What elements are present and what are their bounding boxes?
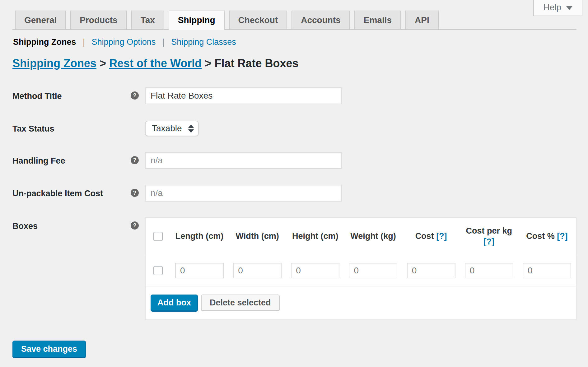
column-header-cost-percent: Cost % [?] bbox=[518, 231, 576, 242]
tax-status-select[interactable]: Taxable bbox=[145, 121, 199, 136]
boxes-label: Boxes bbox=[12, 217, 131, 320]
help-tip-icon[interactable]: ? bbox=[131, 189, 139, 197]
help-tip-icon[interactable]: ? bbox=[131, 156, 139, 164]
form-row-method-title: Method Title ? bbox=[12, 87, 576, 104]
method-title-input[interactable] bbox=[145, 87, 342, 104]
form-row-unpackable-item-cost: Un-packable Item Cost ? bbox=[12, 185, 576, 202]
form-row-handling-fee: Handling Fee ? bbox=[12, 152, 576, 169]
save-changes-button[interactable]: Save changes bbox=[12, 341, 86, 357]
breadcrumb: Shipping Zones>Rest of the World>Flat Ra… bbox=[12, 57, 588, 70]
box-length-input[interactable] bbox=[175, 263, 224, 278]
method-title-control: ? bbox=[131, 87, 576, 104]
column-header-label: Cost bbox=[415, 231, 434, 241]
subnav-separator: | bbox=[83, 37, 85, 47]
form-row-tax-status: Tax Status Taxable bbox=[12, 120, 576, 136]
form-row-boxes: Boxes ? Length (cm) Width (cm) Height (c… bbox=[12, 217, 576, 320]
box-width-input[interactable] bbox=[233, 263, 282, 278]
column-header-weight: Weight (kg) bbox=[344, 231, 402, 242]
column-header-label: Width (cm) bbox=[236, 231, 279, 241]
row-checkbox-cell bbox=[146, 266, 170, 275]
subnav-item-shipping-classes[interactable]: Shipping Classes bbox=[171, 37, 236, 47]
boxes-table-row bbox=[146, 255, 576, 286]
boxes-table-header: Length (cm) Width (cm) Height (cm) Weigh… bbox=[146, 218, 576, 255]
column-header-cost: Cost [?] bbox=[402, 231, 460, 242]
tax-status-label: Tax Status bbox=[12, 120, 131, 136]
breadcrumb-current: Flat Rate Boxes bbox=[214, 57, 298, 70]
chevron-down-icon bbox=[566, 6, 572, 10]
box-cost-percent-input[interactable] bbox=[523, 263, 571, 278]
unpackable-item-cost-label: Un-packable Item Cost bbox=[12, 185, 131, 202]
breadcrumb-link-shipping-zones[interactable]: Shipping Zones bbox=[12, 57, 96, 70]
tab-emails[interactable]: Emails bbox=[354, 11, 401, 30]
method-title-label: Method Title bbox=[12, 87, 131, 104]
select-all-checkbox[interactable] bbox=[153, 232, 163, 241]
subnav-item-shipping-options[interactable]: Shipping Options bbox=[92, 37, 156, 47]
help-tip-icon[interactable]: ? bbox=[131, 221, 139, 230]
subnav-item-shipping-zones[interactable]: Shipping Zones bbox=[13, 37, 76, 47]
boxes-control: ? Length (cm) Width (cm) Height (cm) Wei… bbox=[131, 217, 576, 320]
column-help-link[interactable]: [?] bbox=[484, 237, 494, 246]
tax-status-selected-value: Taxable bbox=[152, 123, 182, 133]
column-header-label: Cost % bbox=[526, 231, 555, 241]
save-row: Save changes bbox=[12, 341, 588, 357]
column-header-height: Height (cm) bbox=[286, 231, 344, 242]
help-menu-label: Help bbox=[543, 2, 561, 12]
box-height-input[interactable] bbox=[291, 263, 339, 278]
tab-tax[interactable]: Tax bbox=[131, 11, 164, 30]
handling-fee-input[interactable] bbox=[145, 152, 342, 169]
select-arrows-icon bbox=[188, 124, 194, 133]
column-header-width: Width (cm) bbox=[228, 231, 286, 242]
tab-general[interactable]: General bbox=[15, 11, 66, 30]
column-header-label: Cost per kg bbox=[466, 226, 512, 235]
breadcrumb-separator: > bbox=[100, 57, 106, 70]
add-box-button[interactable]: Add box bbox=[151, 295, 198, 311]
column-header-length: Length (cm) bbox=[170, 231, 228, 242]
shipping-method-form: Method Title ? Tax Status Taxable Handli… bbox=[12, 87, 576, 320]
delete-selected-button[interactable]: Delete selected bbox=[201, 295, 280, 311]
boxes-table-footer: Add box Delete selected bbox=[146, 286, 576, 319]
shipping-subnav: Shipping Zones | Shipping Options | Ship… bbox=[13, 37, 588, 47]
column-header-label: Weight (kg) bbox=[350, 231, 396, 241]
handling-fee-label: Handling Fee bbox=[12, 152, 131, 169]
breadcrumb-separator: > bbox=[205, 57, 211, 70]
settings-tab-bar: General Products Tax Shipping Checkout A… bbox=[12, 11, 576, 30]
help-menu-button[interactable]: Help bbox=[533, 0, 582, 16]
column-help-link[interactable]: [?] bbox=[436, 231, 447, 241]
tab-api[interactable]: API bbox=[405, 11, 439, 30]
box-weight-input[interactable] bbox=[349, 263, 397, 278]
header-checkbox-cell bbox=[146, 232, 170, 241]
tab-checkout[interactable]: Checkout bbox=[229, 11, 287, 30]
help-tip-icon[interactable]: ? bbox=[131, 91, 139, 100]
column-header-cost-per-kg: Cost per kg [?] bbox=[460, 225, 518, 247]
tab-accounts[interactable]: Accounts bbox=[292, 11, 350, 30]
unpackable-item-cost-input[interactable] bbox=[145, 185, 342, 202]
column-help-link[interactable]: [?] bbox=[557, 231, 567, 241]
box-cost-per-kg-input[interactable] bbox=[465, 263, 513, 278]
tab-shipping[interactable]: Shipping bbox=[169, 11, 225, 30]
box-cost-input[interactable] bbox=[407, 263, 455, 278]
row-select-checkbox[interactable] bbox=[153, 266, 163, 275]
handling-fee-control: ? bbox=[131, 152, 576, 169]
breadcrumb-link-rest-of-world[interactable]: Rest of the World bbox=[109, 57, 202, 70]
boxes-table: Length (cm) Width (cm) Height (cm) Weigh… bbox=[145, 217, 576, 320]
unpackable-item-cost-control: ? bbox=[131, 185, 576, 202]
column-header-label: Height (cm) bbox=[292, 231, 338, 241]
subnav-separator: | bbox=[162, 37, 165, 47]
column-header-label: Length (cm) bbox=[175, 231, 224, 241]
tab-products[interactable]: Products bbox=[70, 11, 127, 30]
tax-status-control: Taxable bbox=[131, 120, 576, 136]
